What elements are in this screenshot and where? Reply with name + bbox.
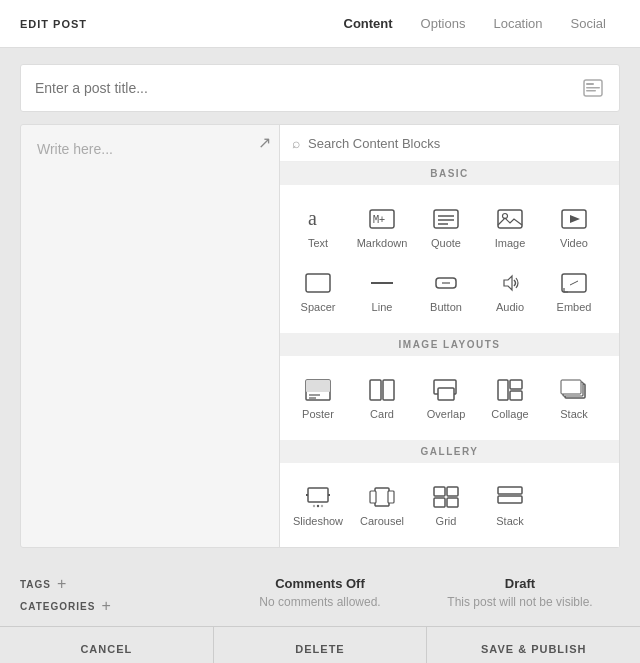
- block-image[interactable]: Image: [480, 197, 540, 257]
- block-markdown-label: Markdown: [357, 237, 408, 249]
- line-icon: [366, 269, 398, 297]
- block-button[interactable]: Button: [416, 261, 476, 321]
- nav-location[interactable]: Location: [479, 8, 556, 39]
- delete-button[interactable]: DELETE: [214, 627, 428, 663]
- block-stack-image[interactable]: Stack: [544, 368, 604, 428]
- action-bar: CANCEL DELETE SAVE & PUBLISH: [0, 626, 640, 663]
- cancel-button[interactable]: CANCEL: [0, 627, 214, 663]
- block-embed[interactable]: Embed: [544, 261, 604, 321]
- svg-rect-27: [383, 380, 394, 400]
- comments-title: Comments Off: [220, 576, 420, 591]
- svg-point-41: [321, 505, 323, 507]
- block-carousel[interactable]: Carousel: [352, 475, 412, 535]
- save-publish-button[interactable]: SAVE & PUBLISH: [427, 627, 640, 663]
- block-stack-image-label: Stack: [560, 408, 588, 420]
- collage-icon: [494, 376, 526, 404]
- main-area: Write here... ↗ ⌕ BASIC a: [0, 48, 640, 564]
- svg-point-40: [317, 505, 319, 507]
- categories-add-button[interactable]: +: [101, 598, 110, 614]
- block-card[interactable]: Card: [352, 368, 412, 428]
- svg-rect-11: [498, 210, 522, 228]
- editor-placeholder: Write here...: [37, 141, 113, 157]
- block-quote-label: Quote: [431, 237, 461, 249]
- svg-rect-49: [498, 487, 522, 494]
- block-overlap[interactable]: Overlap: [416, 368, 476, 428]
- svg-rect-42: [375, 488, 389, 506]
- expand-icon[interactable]: ↗: [258, 133, 271, 152]
- svg-rect-31: [510, 380, 522, 389]
- svg-rect-1: [586, 83, 594, 85]
- svg-rect-50: [498, 496, 522, 503]
- block-audio[interactable]: Audio: [480, 261, 540, 321]
- block-grid[interactable]: Grid: [416, 475, 476, 535]
- svg-rect-3: [586, 90, 596, 92]
- carousel-icon: [366, 483, 398, 511]
- block-line[interactable]: Line: [352, 261, 412, 321]
- nav-social[interactable]: Social: [557, 8, 620, 39]
- poster-icon: [302, 376, 334, 404]
- block-markdown[interactable]: M+ Markdown: [352, 197, 412, 257]
- tags-label: TAGS: [20, 579, 51, 590]
- title-input[interactable]: [35, 80, 581, 96]
- status-sub: This post will not be visible.: [420, 595, 620, 609]
- svg-rect-2: [586, 87, 600, 89]
- nav-content[interactable]: Content: [330, 8, 407, 39]
- nav-options[interactable]: Options: [407, 8, 480, 39]
- svg-rect-25: [370, 380, 381, 400]
- section-image-layouts-header: IMAGE LAYOUTS: [280, 333, 619, 356]
- grid-icon: [430, 483, 462, 511]
- block-collage-label: Collage: [491, 408, 528, 420]
- section-basic-header: BASIC: [280, 162, 619, 185]
- spacer-icon: [302, 269, 334, 297]
- tags-add-button[interactable]: +: [57, 576, 66, 592]
- search-input[interactable]: [308, 136, 607, 151]
- overlap-icon: [430, 376, 462, 404]
- svg-point-39: [313, 505, 315, 507]
- footer-comments: Comments Off No comments allowed.: [220, 576, 420, 609]
- block-embed-label: Embed: [557, 301, 592, 313]
- comments-sub: No comments allowed.: [220, 595, 420, 609]
- svg-text:M+: M+: [373, 214, 385, 225]
- editor-container: Write here... ↗ ⌕ BASIC a: [20, 124, 620, 548]
- categories-row: CATEGORIES +: [20, 598, 220, 614]
- block-poster-label: Poster: [302, 408, 334, 420]
- block-grid-label: Grid: [436, 515, 457, 527]
- image-layouts-grid: Poster Card Overlap: [280, 356, 619, 440]
- svg-marker-14: [570, 215, 580, 223]
- svg-rect-44: [388, 491, 394, 503]
- video-icon: [558, 205, 590, 233]
- blocks-scroll[interactable]: BASIC a Text M+ Markdown: [280, 162, 619, 547]
- block-quote[interactable]: Quote: [416, 197, 476, 257]
- search-icon: ⌕: [292, 135, 300, 151]
- editor-pane[interactable]: Write here... ↗: [21, 125, 279, 547]
- button-icon: [430, 269, 462, 297]
- block-stack-gallery-label: Stack: [496, 515, 524, 527]
- svg-rect-30: [498, 380, 508, 400]
- categories-label: CATEGORIES: [20, 601, 95, 612]
- card-icon: [366, 376, 398, 404]
- svg-rect-7: [434, 210, 458, 228]
- block-spacer-label: Spacer: [301, 301, 336, 313]
- block-video-label: Video: [560, 237, 588, 249]
- svg-rect-22: [306, 380, 330, 392]
- block-slideshow[interactable]: Slideshow: [288, 475, 348, 535]
- block-spacer[interactable]: Spacer: [288, 261, 348, 321]
- tags-row: TAGS +: [20, 576, 220, 592]
- block-stack-gallery[interactable]: Stack: [480, 475, 540, 535]
- search-bar: ⌕: [280, 125, 619, 162]
- block-collage[interactable]: Collage: [480, 368, 540, 428]
- page-title: EDIT POST: [20, 18, 330, 30]
- block-video[interactable]: Video: [544, 197, 604, 257]
- svg-rect-43: [370, 491, 376, 503]
- block-poster[interactable]: Poster: [288, 368, 348, 428]
- footer-info: TAGS + CATEGORIES + Comments Off No comm…: [0, 564, 640, 626]
- block-text[interactable]: a Text: [288, 197, 348, 257]
- block-line-label: Line: [372, 301, 393, 313]
- slideshow-icon: [302, 483, 334, 511]
- gallery-grid: Slideshow Carousel Grid: [280, 463, 619, 547]
- embed-icon: [558, 269, 590, 297]
- block-carousel-label: Carousel: [360, 515, 404, 527]
- text-icon: a: [302, 205, 334, 233]
- block-card-label: Card: [370, 408, 394, 420]
- svg-rect-48: [447, 498, 458, 507]
